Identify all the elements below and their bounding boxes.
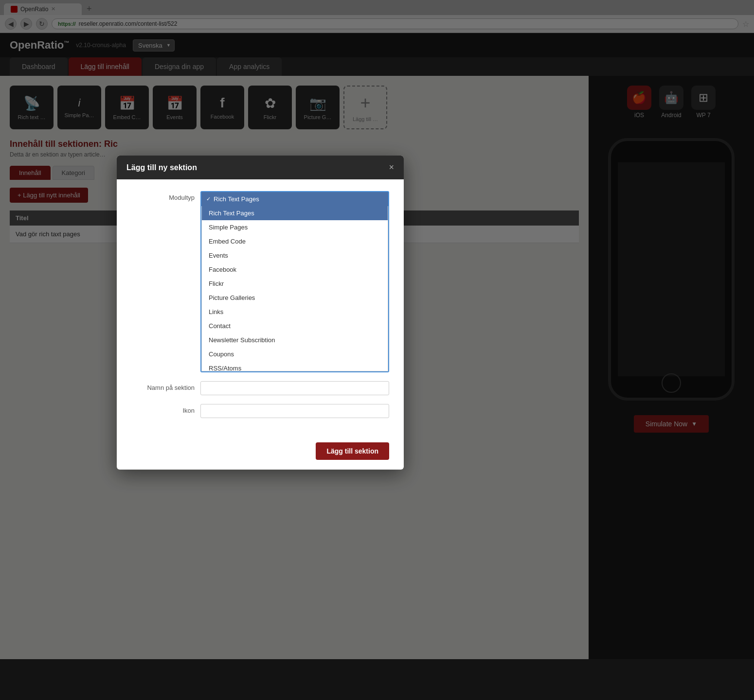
modal-title: Lägg till ny sektion <box>126 163 197 172</box>
lagg-till-sektion-button[interactable]: Lägg till sektion <box>316 442 389 460</box>
modultyp-row: Modultyp ✓ Rich Text Pages Rich Text Pag… <box>131 191 389 372</box>
check-icon: ✓ <box>206 196 211 202</box>
dropdown-item-coupons[interactable]: Coupons <box>202 347 388 361</box>
modultyp-label: Modultyp <box>131 191 195 201</box>
dropdown-selected-item: ✓ Rich Text Pages <box>201 192 388 206</box>
dropdown-item-newsletter[interactable]: Newsletter Subscribtion <box>202 333 388 347</box>
dropdown-item-links[interactable]: Links <box>202 305 388 319</box>
dropdown-item-simple-pages[interactable]: Simple Pages <box>202 220 388 234</box>
dropdown-item-rich-text-pages[interactable]: Rich Text Pages <box>202 206 388 220</box>
ikon-input[interactable] <box>200 404 389 418</box>
modal-footer: Lägg till sektion <box>117 437 404 470</box>
namn-row: Namn på sektion <box>131 381 389 395</box>
modal-header: Lägg till ny sektion × <box>117 156 404 179</box>
dropdown-item-embed-code[interactable]: Embed Code <box>202 234 388 248</box>
dropdown-item-rss-atoms[interactable]: RSS/Atoms <box>202 361 388 371</box>
dropdown-item-flickr[interactable]: Flickr <box>202 277 388 291</box>
ikon-label: Ikon <box>131 404 195 414</box>
ikon-row: Ikon <box>131 404 389 418</box>
dropdown-display: ✓ Rich Text Pages Rich Text Pages Simple… <box>200 191 389 372</box>
namn-input[interactable] <box>200 381 389 395</box>
dropdown-list[interactable]: Rich Text Pages Simple Pages Embed Code … <box>201 206 388 371</box>
modal-body: Modultyp ✓ Rich Text Pages Rich Text Pag… <box>117 179 404 437</box>
namn-label: Namn på sektion <box>131 381 195 391</box>
modultyp-dropdown[interactable]: ✓ Rich Text Pages Rich Text Pages Simple… <box>200 191 389 372</box>
dropdown-item-contact[interactable]: Contact <box>202 319 388 333</box>
modal-overlay: Lägg till ny sektion × Modultyp ✓ Rich T… <box>0 0 754 700</box>
dropdown-item-facebook[interactable]: Facebook <box>202 262 388 277</box>
dropdown-item-events[interactable]: Events <box>202 248 388 262</box>
selected-option-text: Rich Text Pages <box>214 195 259 203</box>
modal-dialog: Lägg till ny sektion × Modultyp ✓ Rich T… <box>117 156 404 470</box>
ikon-input-wrapper <box>200 404 389 418</box>
namn-input-wrapper <box>200 381 389 395</box>
dropdown-item-picture-galleries[interactable]: Picture Galleries <box>202 291 388 305</box>
modal-close-button[interactable]: × <box>389 162 394 173</box>
